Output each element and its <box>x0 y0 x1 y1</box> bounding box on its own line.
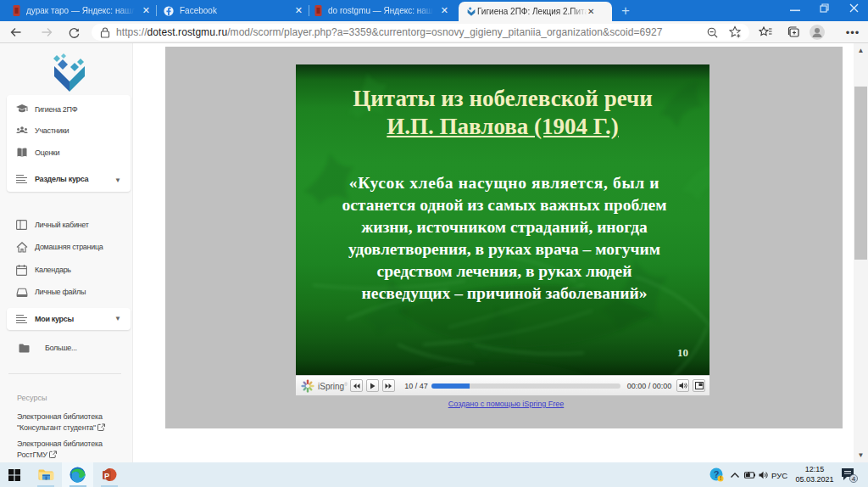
svg-text:P: P <box>104 472 109 480</box>
svg-text:4: 4 <box>852 475 856 483</box>
svg-text:!: ! <box>719 475 721 481</box>
